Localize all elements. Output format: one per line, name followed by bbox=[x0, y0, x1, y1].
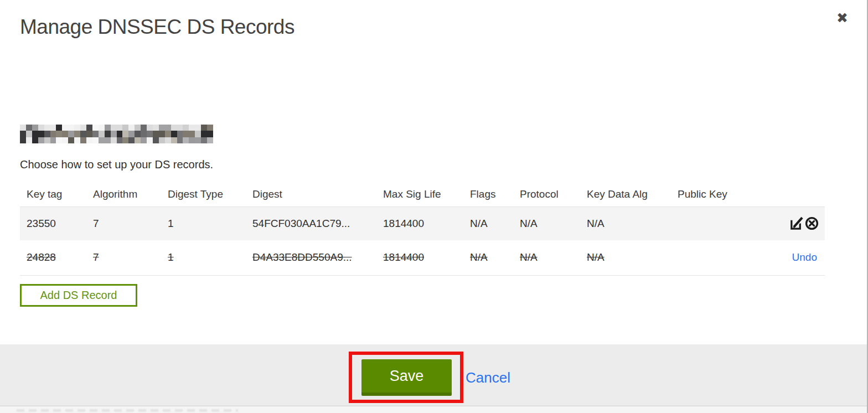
table-cell: 1 bbox=[161, 240, 246, 275]
table-cell: D4A33E8DD550A9... bbox=[246, 240, 376, 275]
ds-records-table: Key tagAlgorithmDigest TypeDigestMax Sig… bbox=[20, 183, 825, 276]
background-page-strip bbox=[0, 407, 867, 413]
add-ds-record-button[interactable]: Add DS Record bbox=[20, 284, 137, 307]
delete-icon[interactable] bbox=[804, 216, 819, 231]
background-content-hint bbox=[17, 409, 238, 412]
table-cell: 7 bbox=[86, 206, 161, 240]
page-title: Manage DNSSEC DS Records bbox=[20, 16, 294, 39]
column-header: Algorithm bbox=[86, 183, 161, 206]
row-actions: Undo bbox=[754, 240, 825, 275]
close-icon[interactable]: ✖ bbox=[836, 11, 848, 25]
undo-link[interactable]: Undo bbox=[792, 251, 819, 263]
column-header: Max Sig Life bbox=[376, 183, 463, 206]
instruction-text: Choose how to set up your DS records. bbox=[20, 158, 213, 171]
column-header: Digest bbox=[246, 183, 376, 206]
table-cell: N/A bbox=[580, 206, 671, 240]
column-header: Public Key bbox=[671, 183, 754, 206]
dnssec-modal: Manage DNSSEC DS Records ✖ Choose how to… bbox=[0, 0, 868, 413]
table-cell: 23550 bbox=[20, 206, 86, 240]
column-header: Digest Type bbox=[161, 183, 246, 206]
table-cell: 1814400 bbox=[376, 206, 463, 240]
table-cell: 24828 bbox=[20, 240, 86, 275]
table-cell: 1 bbox=[161, 206, 246, 240]
table-cell: 54FCF030AA1C79... bbox=[246, 206, 376, 240]
table-cell: N/A bbox=[463, 240, 513, 275]
cancel-link[interactable]: Cancel bbox=[466, 369, 510, 386]
column-header: Protocol bbox=[513, 183, 580, 206]
column-header-actions bbox=[754, 183, 825, 206]
table-cell: 1814400 bbox=[376, 240, 463, 275]
column-header: Flags bbox=[463, 183, 513, 206]
edit-icon[interactable] bbox=[789, 216, 804, 231]
column-header: Key Data Alg bbox=[580, 183, 671, 206]
column-header: Key tag bbox=[20, 183, 86, 206]
table-cell: N/A bbox=[463, 206, 513, 240]
table-body: 235507154FCF030AA1C79...1814400N/AN/AN/A… bbox=[20, 206, 825, 275]
footer-bar: Save bbox=[0, 344, 867, 406]
table-header: Key tagAlgorithmDigest TypeDigestMax Sig… bbox=[20, 183, 825, 206]
save-button[interactable]: Save bbox=[361, 359, 452, 396]
table-cell bbox=[671, 240, 754, 275]
table-row: 2482871D4A33E8DD550A9...1814400N/AN/AN/A… bbox=[20, 240, 825, 275]
table-cell: N/A bbox=[513, 240, 580, 275]
table-cell: N/A bbox=[580, 240, 671, 275]
redacted-domain-name bbox=[20, 125, 213, 143]
table-cell: 7 bbox=[86, 240, 161, 275]
table-row: 235507154FCF030AA1C79...1814400N/AN/AN/A bbox=[20, 206, 825, 240]
row-actions bbox=[754, 206, 825, 240]
table-cell: N/A bbox=[513, 206, 580, 240]
table-cell bbox=[671, 206, 754, 240]
